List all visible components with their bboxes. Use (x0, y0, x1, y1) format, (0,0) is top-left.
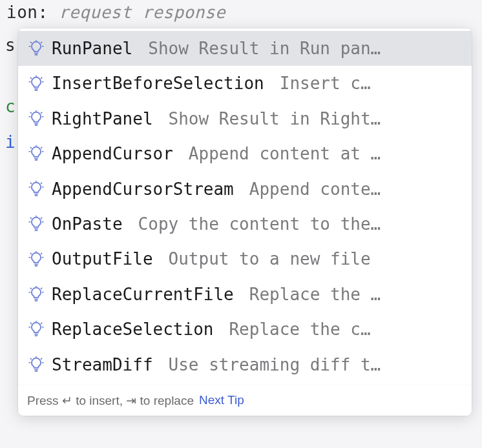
svg-line-45 (30, 253, 31, 254)
completion-item-name: RightPanel (52, 107, 153, 130)
editor-background-char: i (5, 132, 16, 152)
completion-item[interactable]: RunPanelShow Result in Run pan… (18, 31, 472, 66)
editor-background-char: s (5, 36, 16, 55)
svg-line-38 (30, 218, 31, 218)
completion-item-desc: Use streaming diff t… (169, 353, 464, 376)
completion-item-name: ReplaceSelection (52, 318, 213, 341)
svg-line-67 (41, 358, 42, 359)
footer-prefix: Press (27, 394, 62, 407)
svg-line-4 (41, 42, 42, 43)
svg-line-11 (41, 77, 42, 78)
completion-item-desc: Replace the … (249, 283, 464, 306)
svg-line-60 (41, 323, 42, 324)
svg-line-17 (30, 112, 31, 113)
footer-insert-text: to insert, (72, 394, 126, 407)
svg-line-53 (41, 288, 42, 289)
lightbulb-icon (26, 38, 47, 59)
editor-background-line1: ion: request response (0, 0, 482, 25)
svg-line-18 (41, 112, 42, 113)
bg-value: request response (59, 3, 225, 22)
svg-line-10 (30, 77, 31, 78)
lightbulb-icon (26, 108, 47, 129)
completion-item-desc: Append conte… (249, 178, 464, 201)
completion-item-desc: Output to a new file (169, 247, 464, 270)
completion-item[interactable]: OnPasteCopy the content to the… (18, 207, 472, 241)
lightbulb-icon (26, 249, 47, 270)
completion-item[interactable]: StreamDiffUse streaming diff t… (18, 347, 472, 382)
completion-item-name: ReplaceCurrentFile (52, 283, 234, 306)
lightbulb-icon (26, 284, 47, 305)
completion-item[interactable]: ReplaceSelectionReplace the c… (18, 312, 472, 347)
lightbulb-icon (26, 143, 47, 164)
completion-item-desc: Show Result in Run pan… (148, 37, 464, 60)
lightbulb-icon (26, 74, 47, 94)
bg-label: ion: (6, 3, 48, 22)
lightbulb-icon (26, 354, 47, 375)
completion-footer: Press ↵ to insert, ⇥ to replace Next Tip (18, 385, 472, 416)
svg-line-3 (30, 42, 31, 43)
completion-item-name: OnPaste (52, 212, 123, 236)
completion-item-desc: Append content at … (189, 142, 464, 165)
completion-item[interactable]: ReplaceCurrentFileReplace the … (18, 277, 472, 312)
svg-line-25 (41, 148, 42, 148)
completion-item[interactable]: OutputFileOutput to a new file (18, 241, 472, 276)
svg-line-59 (30, 323, 31, 324)
editor-background-char: c (5, 97, 16, 116)
footer-replace-text: to replace (136, 394, 194, 407)
next-tip-link[interactable]: Next Tip (199, 393, 244, 407)
completion-item-name: AppendCursorStream (52, 178, 234, 201)
completion-item[interactable]: InsertBeforeSelectionInsert c… (18, 66, 472, 101)
completion-popup: RunPanelShow Result in Run pan… InsertBe… (18, 28, 472, 416)
enter-key-icon: ↵ (62, 394, 72, 407)
completion-item-name: InsertBeforeSelection (52, 72, 264, 95)
lightbulb-icon (26, 319, 47, 340)
completion-item[interactable]: AppendCursorAppend content at … (18, 136, 472, 171)
footer-hint-text: Press ↵ to insert, ⇥ to replace (27, 393, 194, 408)
completion-item-name: RunPanel (52, 37, 132, 60)
svg-line-52 (30, 288, 31, 289)
svg-line-32 (41, 183, 42, 183)
completion-item[interactable]: AppendCursorStreamAppend conte… (18, 172, 472, 207)
svg-line-46 (41, 253, 42, 254)
svg-line-39 (41, 218, 42, 218)
svg-line-24 (30, 148, 31, 148)
lightbulb-icon (26, 214, 47, 234)
completion-item-name: OutputFile (52, 247, 153, 270)
completion-item-desc: Show Result in Right… (169, 107, 464, 130)
completion-item-name: AppendCursor (52, 142, 173, 165)
svg-line-31 (30, 183, 31, 183)
completion-item-desc: Replace the c… (229, 318, 464, 341)
completion-item-desc: Insert c… (280, 72, 464, 95)
completion-list: RunPanelShow Result in Run pan… InsertBe… (18, 28, 472, 385)
completion-item-name: StreamDiff (52, 353, 153, 376)
completion-item-desc: Copy the content to the… (138, 212, 464, 236)
svg-line-66 (30, 358, 31, 359)
completion-item[interactable]: RightPanelShow Result in Right… (18, 101, 472, 136)
lightbulb-icon (26, 179, 47, 199)
tab-key-icon: ⇥ (126, 394, 136, 407)
